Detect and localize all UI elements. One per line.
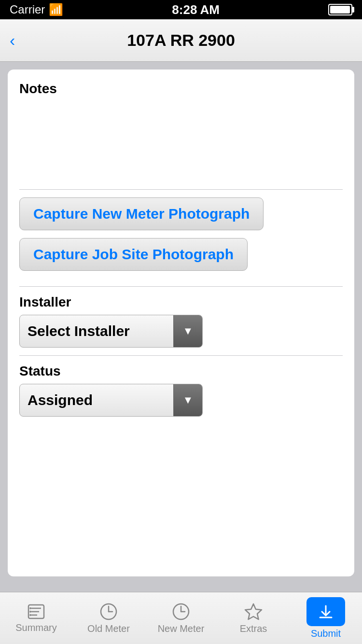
- content-card: Notes Capture New Meter Photograph Captu…: [8, 70, 354, 576]
- tab-new-meter[interactable]: New Meter: [150, 602, 212, 634]
- installer-label: Installer: [19, 294, 343, 310]
- main-content: Notes Capture New Meter Photograph Captu…: [0, 62, 362, 621]
- capture-new-meter-label: Capture New Meter Photograph: [33, 206, 250, 222]
- divider-2: [19, 286, 343, 287]
- installer-dropdown-arrow[interactable]: ▼: [173, 315, 202, 348]
- capture-new-meter-button[interactable]: Capture New Meter Photograph: [19, 197, 264, 230]
- tab-summary[interactable]: Summary: [5, 603, 68, 633]
- status-time: 8:28 AM: [172, 2, 220, 17]
- carrier-label: Carrier: [10, 3, 45, 16]
- tab-bar: Summary Old Meter New Meter Extras: [0, 592, 362, 644]
- tab-summary-label: Summary: [15, 622, 57, 633]
- chevron-down-icon: ▼: [183, 325, 194, 337]
- page-title: 107A RR 2900: [127, 31, 235, 50]
- status-dropdown-arrow[interactable]: ▼: [173, 384, 202, 417]
- status-bar: Carrier 📶 8:28 AM: [0, 0, 362, 19]
- svg-point-5: [29, 611, 31, 613]
- extras-star-icon: [244, 602, 263, 621]
- back-chevron-icon: ‹: [10, 31, 15, 50]
- tab-extras[interactable]: Extras: [222, 602, 285, 634]
- status-value: Assigned: [20, 392, 173, 408]
- svg-marker-13: [245, 604, 262, 619]
- battery-fill: [330, 6, 350, 14]
- new-meter-icon: [171, 602, 191, 621]
- status-label: Status: [19, 364, 343, 379]
- submit-button[interactable]: [306, 597, 345, 626]
- submit-download-icon: [317, 603, 334, 620]
- status-dropdown[interactable]: Assigned ▼: [19, 384, 203, 417]
- status-section: Status Assigned ▼: [19, 364, 343, 417]
- tab-old-meter-label: Old Meter: [87, 623, 130, 634]
- svg-point-6: [29, 614, 31, 616]
- old-meter-icon: [99, 602, 118, 621]
- capture-job-site-button[interactable]: Capture Job Site Photograph: [19, 238, 248, 271]
- battery-icon: [328, 4, 352, 15]
- battery-indicator: [328, 4, 352, 15]
- wifi-icon: 📶: [49, 3, 63, 16]
- navigation-bar: ‹ 107A RR 2900: [0, 19, 362, 62]
- notes-label: Notes: [19, 81, 343, 97]
- installer-value: Select Installer: [20, 323, 173, 339]
- installer-dropdown[interactable]: Select Installer ▼: [19, 315, 203, 348]
- chevron-down-icon-2: ▼: [183, 394, 194, 406]
- carrier-info: Carrier 📶: [10, 3, 63, 16]
- notes-input[interactable]: [19, 102, 343, 180]
- summary-icon: [27, 603, 46, 620]
- installer-section: Installer Select Installer ▼: [19, 294, 343, 348]
- divider-1: [19, 189, 343, 190]
- capture-job-site-label: Capture Job Site Photograph: [33, 246, 234, 262]
- divider-3: [19, 355, 343, 356]
- back-button[interactable]: ‹: [10, 31, 15, 50]
- tab-old-meter[interactable]: Old Meter: [77, 602, 140, 634]
- svg-point-4: [29, 607, 31, 609]
- tab-new-meter-label: New Meter: [158, 623, 205, 634]
- tab-extras-label: Extras: [240, 623, 267, 634]
- tab-submit[interactable]: Submit: [294, 597, 357, 639]
- tab-submit-label: Submit: [311, 628, 341, 639]
